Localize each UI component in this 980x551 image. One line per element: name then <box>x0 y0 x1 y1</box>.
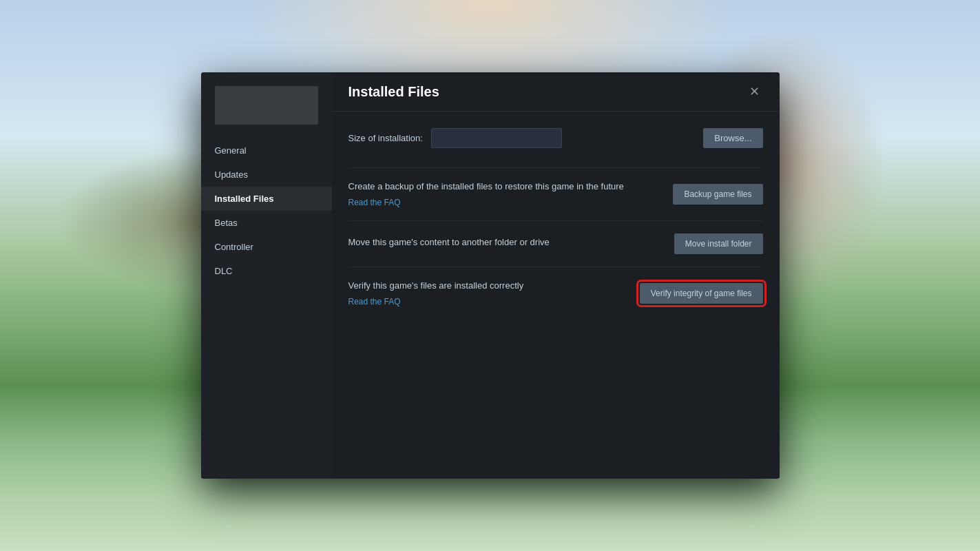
dialog-overlay: General Updates Installed Files Betas Co… <box>0 0 980 551</box>
backup-game-files-button[interactable]: Backup game files <box>673 184 762 205</box>
sidebar-item-installed-files[interactable]: Installed Files <box>201 187 332 211</box>
dialog-window: General Updates Installed Files Betas Co… <box>201 72 780 479</box>
sidebar: General Updates Installed Files Betas Co… <box>201 72 332 479</box>
move-section: Move this game's content to another fold… <box>348 220 763 267</box>
backup-faq-link[interactable]: Read the FAQ <box>348 198 401 207</box>
backup-description: Create a backup of the installed files t… <box>348 180 660 193</box>
verify-section: Verify this game's files are installed c… <box>348 267 763 320</box>
install-size-row: Size of installation: Browse... <box>348 128 763 148</box>
move-description: Move this game's content to another fold… <box>348 236 660 249</box>
main-content: Installed Files ✕ Size of installation: … <box>332 72 780 479</box>
sidebar-item-dlc[interactable]: DLC <box>201 259 332 283</box>
verify-text: Verify this game's files are installed c… <box>348 280 626 307</box>
install-size-input[interactable] <box>431 128 562 148</box>
sidebar-item-updates[interactable]: Updates <box>201 163 332 187</box>
backup-section: Create a backup of the installed files t… <box>348 167 763 220</box>
verify-integrity-button[interactable]: Verify integrity of game files <box>640 283 763 304</box>
verify-description: Verify this game's files are installed c… <box>348 280 626 292</box>
close-button[interactable]: ✕ <box>747 83 763 100</box>
main-body: Size of installation: Browse... Create a… <box>332 112 780 479</box>
move-text: Move this game's content to another fold… <box>348 236 660 251</box>
sidebar-item-controller[interactable]: Controller <box>201 235 332 259</box>
install-size-label: Size of installation: <box>348 133 423 143</box>
game-thumbnail <box>215 86 318 125</box>
sidebar-item-general[interactable]: General <box>201 138 332 163</box>
sidebar-nav: General Updates Installed Files Betas Co… <box>201 138 332 283</box>
backup-text: Create a backup of the installed files t… <box>348 180 660 208</box>
browse-button[interactable]: Browse... <box>703 128 762 148</box>
move-install-folder-button[interactable]: Move install folder <box>674 233 763 254</box>
sidebar-item-betas[interactable]: Betas <box>201 211 332 235</box>
main-header: Installed Files ✕ <box>332 72 780 112</box>
page-title: Installed Files <box>348 84 439 100</box>
verify-faq-link[interactable]: Read the FAQ <box>348 297 401 306</box>
